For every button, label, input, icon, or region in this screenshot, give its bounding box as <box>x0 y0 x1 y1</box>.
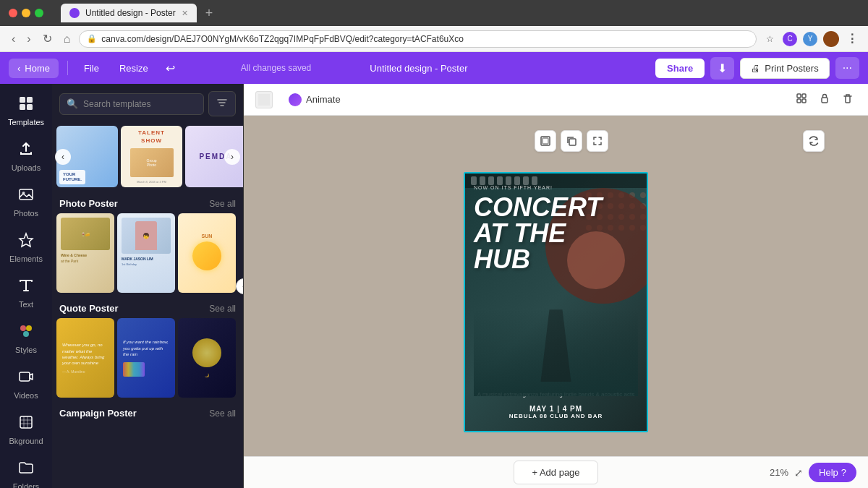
close-button[interactable] <box>9 9 17 17</box>
sidebar-item-text[interactable]: Text <box>4 272 48 314</box>
poster-title: CONCERT AT THE HUB <box>474 194 638 273</box>
template-card-wine[interactable]: 🍷🧀 Wine & Cheese at the Park <box>56 213 114 293</box>
campaign-poster-section-header: Campaign Poster See all <box>52 403 243 423</box>
lock-icon: 🔒 <box>87 34 97 43</box>
top-carousel: ‹ YOURFUTURE. TALENT SHOW <box>52 122 243 191</box>
duplicate-icon[interactable] <box>561 130 582 152</box>
tab-close-icon[interactable]: ✕ <box>182 9 188 18</box>
nav-actions: ☆ C Y ⋮ <box>762 31 859 47</box>
poster-date: MAY 1 | 4 PM <box>474 405 638 413</box>
sidebar-icons: Templates Uploads <box>0 84 52 488</box>
download-icon: ⬇ <box>718 62 727 74</box>
sidebar-item-label: Folders <box>13 482 40 488</box>
expand-icon[interactable] <box>587 130 608 152</box>
svg-rect-18 <box>569 139 576 145</box>
canvas-bottom-bar: + Add page 21% ⤢ Help ? <box>244 456 868 488</box>
lock-icon[interactable] <box>816 90 833 110</box>
new-tab-button[interactable]: + <box>200 6 219 21</box>
photo-poster-title: Photo Poster <box>59 198 118 209</box>
poster-fifth-year: NOW ON ITS FIFTH YEAR! <box>474 185 638 190</box>
template-card-quote1[interactable]: Wherever you go, no matter what the weat… <box>56 318 114 398</box>
template-card-mark[interactable]: 👦 MARK JASON LIM 1st Birthday <box>117 213 175 293</box>
svg-rect-9 <box>20 372 30 381</box>
canvas-scroll[interactable]: NOW ON ITS FIFTH YEAR! CONCERT AT THE HU… <box>244 116 868 488</box>
campaign-poster-see-all[interactable]: See all <box>209 408 236 419</box>
sidebar-item-label: Bkground <box>9 437 43 445</box>
active-tab[interactable]: Untitled design - Poster ✕ <box>61 4 197 22</box>
star-icon[interactable]: ☆ <box>762 32 777 46</box>
poster-canvas[interactable]: NOW ON ITS FIFTH YEAR! CONCERT AT THE HU… <box>464 172 648 432</box>
photo-poster-grid: 🍷🧀 Wine & Cheese at the Park 👦 MARK JASO… <box>52 213 243 293</box>
file-button[interactable]: File <box>77 59 106 78</box>
more-options-button[interactable]: ··· <box>835 57 859 79</box>
videos-icon <box>18 369 34 388</box>
search-input[interactable] <box>59 93 204 115</box>
more-nav-icon[interactable]: ⋮ <box>845 32 859 46</box>
svg-point-6 <box>20 325 26 331</box>
zoom-expand-button[interactable]: ⤢ <box>794 467 803 479</box>
address-bar[interactable]: 🔒 canva.com/design/DAEJ7O0NYgM/vK6oTZ2qg… <box>79 30 757 48</box>
frame-icon[interactable] <box>535 130 556 152</box>
poster-content: NOW ON ITS FIFTH YEAR! CONCERT AT THE HU… <box>465 174 647 431</box>
animate-button[interactable]: Animate <box>281 89 348 111</box>
poster-wrapper: NOW ON ITS FIFTH YEAR! CONCERT AT THE HU… <box>464 172 648 432</box>
sidebar-item-uploads[interactable]: Uploads <box>4 135 48 178</box>
user-avatar[interactable] <box>823 31 839 47</box>
template-card-quote3[interactable]: 🌙 <box>178 318 236 398</box>
profile-icon-2[interactable]: Y <box>803 32 817 46</box>
delete-icon[interactable] <box>839 90 856 110</box>
search-bar: 🔍 <box>52 84 243 122</box>
home-nav-button[interactable]: ⌂ <box>61 30 74 48</box>
add-page-button[interactable]: + Add page <box>514 461 597 484</box>
photos-icon <box>18 187 34 206</box>
photo-poster-see-all[interactable]: See all <box>209 199 236 209</box>
svg-rect-3 <box>27 104 33 110</box>
styles-icon <box>18 323 34 343</box>
profile-icon-1[interactable]: C <box>783 32 797 46</box>
help-button[interactable]: Help ? <box>809 463 856 482</box>
sidebar-item-styles[interactable]: Styles <box>4 317 48 360</box>
template-card-sunny[interactable]: SUN <box>178 213 236 293</box>
template-card-quote2[interactable]: If you want the rainbow, you gotta put u… <box>117 318 175 398</box>
maximize-button[interactable] <box>35 9 43 17</box>
sidebar-item-templates[interactable]: Templates <box>4 90 48 132</box>
animate-label: Animate <box>306 94 341 105</box>
saved-status: All changes saved <box>188 63 365 73</box>
print-label: Print Posters <box>765 63 818 74</box>
text-icon <box>18 278 34 297</box>
app-toolbar: ‹ Home File Resize ↩ All changes saved U… <box>0 52 868 84</box>
toolbar-separator <box>67 61 68 75</box>
home-button[interactable]: ‹ Home <box>9 59 59 78</box>
position-icon[interactable] <box>793 90 810 110</box>
reload-button[interactable]: ↻ <box>40 29 55 48</box>
carousel-next-button[interactable]: › <box>224 149 240 165</box>
share-button[interactable]: Share <box>655 59 705 78</box>
forward-button[interactable]: › <box>24 30 33 48</box>
svg-rect-1 <box>27 97 33 103</box>
carousel-card-talent[interactable]: TALENT SHOW GroupPhoto March 8, 2024 at … <box>121 126 182 187</box>
back-button[interactable]: ‹ <box>9 30 18 48</box>
poster-venue: NEBULA 88 CLUB AND BAR <box>474 413 638 419</box>
sidebar-item-photos[interactable]: Photos <box>4 181 48 223</box>
sidebar-item-videos[interactable]: Videos <box>4 363 48 406</box>
performer-area <box>474 273 638 382</box>
svg-rect-17 <box>542 138 548 144</box>
sidebar-item-folders[interactable]: Folders <box>4 454 48 488</box>
download-button[interactable]: ⬇ <box>710 57 734 80</box>
sidebar-item-elements[interactable]: Elements <box>4 226 48 269</box>
print-posters-button[interactable]: 🖨 Print Posters <box>740 58 829 79</box>
poster-title-line2: AT THE <box>474 221 638 247</box>
carousel-prev-button[interactable]: ‹ <box>55 149 71 165</box>
svg-rect-0 <box>20 97 25 103</box>
resize-button[interactable]: Resize <box>112 59 156 78</box>
filter-button[interactable] <box>208 91 236 116</box>
svg-rect-2 <box>20 104 25 110</box>
rotate-button[interactable] <box>803 130 825 152</box>
traffic-lights <box>9 9 43 17</box>
undo-button[interactable]: ↩ <box>161 57 179 80</box>
minimize-button[interactable] <box>22 9 30 17</box>
app-main: Templates Uploads <box>0 84 868 488</box>
sidebar-item-label: Uploads <box>12 163 41 172</box>
quote-poster-see-all[interactable]: See all <box>209 304 236 314</box>
sidebar-item-background[interactable]: Bkground <box>4 408 48 451</box>
